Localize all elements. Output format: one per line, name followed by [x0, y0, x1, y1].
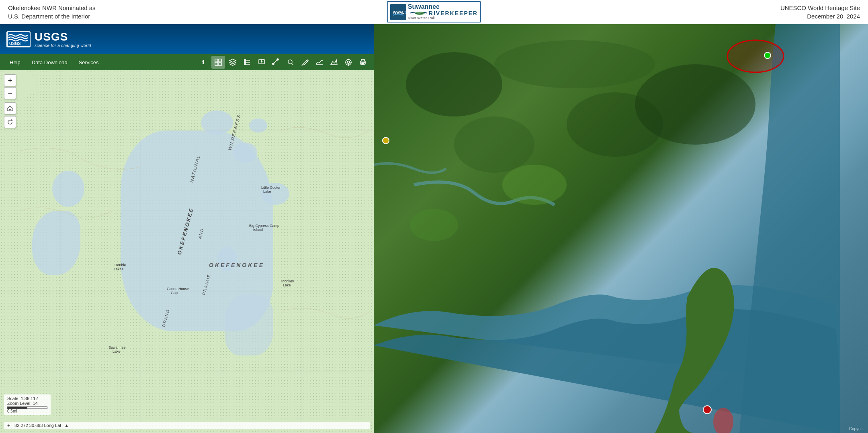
search-tool-btn[interactable] [284, 56, 297, 69]
svg-rect-6 [215, 59, 218, 62]
zoom-out-button[interactable]: − [4, 87, 16, 99]
svg-rect-14 [244, 61, 246, 63]
coordinates-text: -82.272 30.693 Long Lat [13, 423, 61, 428]
toolbar-icons: ℹ [197, 56, 370, 69]
home-button[interactable] [4, 102, 16, 114]
swamp-small1-water [201, 110, 233, 135]
main-content: USGS USGS science for a changing world H… [0, 24, 868, 433]
identify-tool-btn[interactable]: ℹ [197, 56, 211, 69]
swamp-small5-water [261, 183, 289, 205]
svg-point-21 [288, 60, 292, 64]
zoom-in-button[interactable]: + [4, 74, 16, 86]
layers-tool-btn[interactable] [226, 56, 240, 69]
banner-left-text: Okefenokee NWR Nominated as U.S. Departm… [8, 4, 96, 20]
swamp-tleft-water [52, 171, 84, 207]
map-container[interactable]: OKEFENOKEE NATIONAL WILDERNESS AND PRAIR… [0, 70, 374, 433]
svg-point-24 [346, 59, 351, 65]
map-side-buttons [4, 102, 16, 128]
svg-rect-8 [215, 63, 218, 65]
elevation-tool-btn[interactable] [327, 56, 341, 69]
svg-text:ℹ: ℹ [202, 59, 205, 65]
gps-tool-btn[interactable] [342, 56, 355, 69]
svg-rect-9 [219, 63, 221, 65]
swamp-br-water [225, 295, 273, 355]
scale-distance: 0.6mi [7, 409, 47, 413]
usgs-header: USGS USGS science for a changing world [0, 24, 374, 54]
download-tool-btn[interactable] [255, 56, 268, 69]
swamp-left-water [32, 211, 80, 275]
svg-rect-15 [244, 63, 246, 65]
scale-bar: Scale: 1:36,112 Zoom Level: 14 0.6mi [4, 394, 51, 415]
swamp-small4-water [217, 247, 237, 271]
zoom-controls: + − [4, 74, 16, 99]
svg-rect-7 [219, 59, 221, 62]
trail-label: River Water Trail [408, 16, 478, 20]
print-tool-btn[interactable] [356, 56, 370, 69]
right-panel[interactable]: Copyri... [374, 24, 868, 433]
riverkeeper-label: RIVERKEEPER [429, 10, 478, 16]
profile-tool-btn[interactable] [313, 56, 326, 69]
left-panel: USGS USGS science for a changing world H… [0, 24, 374, 433]
suwannee-label: Suwannee [408, 3, 478, 10]
banner-center-logo: WWALS Suwannee RIVERKEEPER River Water T… [387, 1, 481, 22]
swamp-small2-water [233, 143, 257, 163]
svg-rect-31 [362, 63, 364, 64]
svg-text:USGS: USGS [9, 41, 21, 46]
swamp-small3-water [249, 118, 267, 133]
svg-point-32 [364, 62, 365, 63]
nav-data-download[interactable]: Data Download [26, 54, 73, 70]
nav-toolbar: Help Data Download Services ℹ [0, 54, 374, 70]
nav-help[interactable]: Help [4, 54, 26, 70]
measure-tool-btn[interactable] [269, 56, 283, 69]
wwals-logo: WWALS Suwannee RIVERKEEPER River Water T… [387, 1, 481, 22]
usgs-wave-logo: USGS [6, 31, 31, 47]
svg-rect-13 [244, 59, 246, 61]
banner-right-text: UNESCO World Heritage Site December 20, … [780, 4, 860, 20]
svg-point-20 [277, 59, 278, 60]
usgs-title: USGS [35, 31, 91, 43]
svg-line-22 [292, 63, 293, 65]
satellite-background [374, 24, 868, 433]
scale-text: Scale: 1:36,112 [7, 396, 47, 401]
usgs-logo: USGS USGS science for a changing world [6, 31, 91, 48]
usgs-tagline: science for a changing world [35, 43, 91, 48]
svg-point-25 [347, 61, 350, 63]
refresh-button[interactable] [4, 116, 16, 128]
basemap-tool-btn[interactable] [211, 56, 225, 69]
legend-tool-btn[interactable] [240, 56, 254, 69]
draw-tool-btn[interactable] [298, 56, 312, 69]
svg-point-2 [415, 12, 425, 15]
copyright-text: Copyri... [849, 427, 864, 431]
zoom-level-text: Zoom Level: 14 [7, 401, 47, 406]
nav-services[interactable]: Services [73, 54, 104, 70]
top-banner: Okefenokee NWR Nominated as U.S. Departm… [0, 0, 868, 24]
coord-bar: + -82.272 30.693 Long Lat ▲ [4, 422, 370, 429]
svg-point-19 [272, 63, 274, 65]
